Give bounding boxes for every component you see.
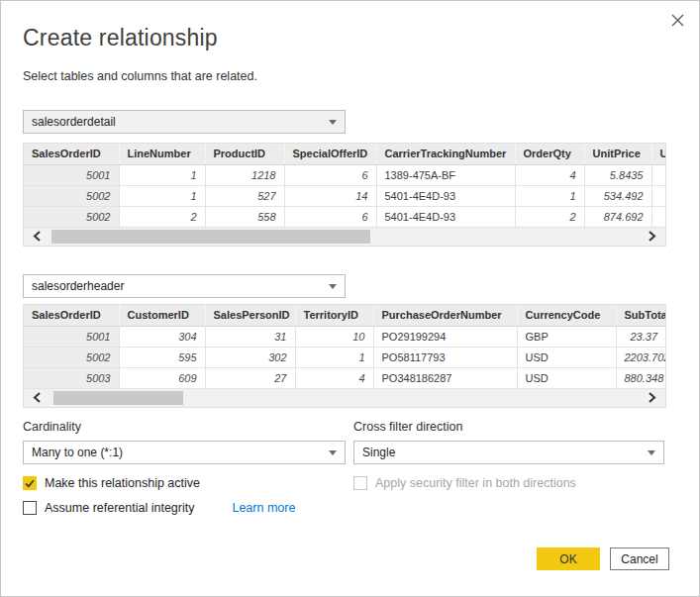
close-icon	[665, 14, 689, 27]
table-cell[interactable]: 609	[119, 367, 205, 388]
column-header[interactable]: UnitPrice	[584, 144, 651, 164]
table-cell[interactable]: 6	[284, 206, 376, 227]
scroll-left-icon[interactable]	[24, 228, 50, 246]
table-row: 50025953021PO58117793USD2203.702	[24, 347, 665, 367]
table-cell[interactable]: 5.8435	[584, 164, 651, 185]
scroll-left-icon[interactable]	[24, 389, 50, 407]
scroll-right-icon[interactable]	[640, 228, 665, 246]
create-relationship-dialog: Create relationship Select tables and co…	[0, 0, 700, 597]
table-cell[interactable]: 5001	[24, 326, 119, 347]
column-header[interactable]: SalesPersonID	[205, 305, 295, 326]
table-cell[interactable]: 2	[119, 206, 205, 227]
column-header[interactable]: CarrierTrackingNumber	[376, 144, 515, 164]
column-header[interactable]: U	[651, 144, 665, 164]
table-cell[interactable]: USD	[517, 367, 616, 388]
table2-hscrollbar[interactable]	[24, 389, 665, 407]
table-cell[interactable]: 2203.702	[616, 347, 665, 367]
table-cell[interactable]: 304	[119, 326, 205, 347]
column-header[interactable]: OrderQty	[515, 144, 584, 164]
table-cell[interactable]: 1	[119, 164, 205, 185]
table1-scroll-track[interactable]	[50, 228, 640, 246]
table-cell[interactable]: 1	[515, 185, 584, 206]
column-header[interactable]: PurchaseOrderNumber	[373, 305, 517, 326]
chevron-down-icon	[329, 450, 337, 455]
table-cell[interactable]: 5401-4E4D-93	[376, 185, 515, 206]
table1-select-dropdown[interactable]: salesorderdetail	[23, 110, 346, 134]
table-cell[interactable]	[651, 206, 665, 227]
table-cell[interactable]: 1	[119, 185, 205, 206]
column-header[interactable]: LineNumber	[119, 144, 205, 164]
cancel-button[interactable]: Cancel	[610, 547, 669, 570]
referential-integrity-label: Assume referential integrity	[45, 501, 194, 515]
table-cell[interactable]: 14	[284, 185, 376, 206]
table-cell[interactable]: 4	[295, 367, 373, 388]
column-header[interactable]: SalesOrderID	[24, 305, 119, 326]
table-cell[interactable]: 23.37	[616, 326, 665, 347]
chevron-down-icon	[329, 120, 337, 125]
table1-scroll-thumb[interactable]	[51, 230, 370, 244]
table2-scroll-track[interactable]	[50, 389, 640, 407]
table-cell[interactable]: 558	[205, 206, 284, 227]
table-cell[interactable]: 4	[515, 164, 584, 185]
table-cell[interactable]: GBP	[517, 326, 616, 347]
column-header[interactable]: TerritoryID	[295, 305, 373, 326]
table-cell[interactable]: PO29199294	[373, 326, 517, 347]
table-cell[interactable]: 5002	[24, 206, 119, 227]
table1-preview: SalesOrderIDLineNumberProductIDSpecialOf…	[23, 143, 666, 247]
ok-button[interactable]: OK	[537, 547, 600, 570]
cross-filter-value: Single	[362, 446, 648, 459]
table2-grid[interactable]: SalesOrderIDCustomerIDSalesPersonIDTerri…	[24, 305, 665, 389]
column-header[interactable]: ProductID	[205, 144, 284, 164]
column-header[interactable]: CurrencyCode	[517, 305, 616, 326]
column-header[interactable]: SpecialOfferID	[284, 144, 376, 164]
table-cell[interactable]: PO348186287	[373, 367, 517, 388]
table-cell[interactable]: USD	[517, 347, 616, 367]
table-cell[interactable]: 27	[205, 367, 295, 388]
relationship-active-checkbox[interactable]	[23, 476, 37, 490]
table-cell[interactable]: 595	[119, 347, 205, 367]
table2-scroll-thumb[interactable]	[53, 391, 183, 405]
column-header[interactable]: SalesOrderID	[24, 144, 119, 164]
table-cell[interactable]: 6	[284, 164, 376, 185]
table-row: 50011121861389-475A-BF45.8435	[24, 164, 665, 185]
table-cell[interactable]: 1	[295, 347, 373, 367]
table1-hscrollbar[interactable]	[24, 228, 665, 246]
security-filter-label: Apply security filter in both directions	[375, 476, 576, 490]
table1-grid[interactable]: SalesOrderIDLineNumberProductIDSpecialOf…	[24, 144, 665, 228]
table-cell[interactable]: 302	[205, 347, 295, 367]
table2-preview: SalesOrderIDCustomerIDSalesPersonIDTerri…	[23, 304, 666, 408]
scroll-right-icon[interactable]	[640, 389, 665, 407]
table-cell[interactable]: 527	[205, 185, 284, 206]
table-cell[interactable]	[651, 185, 665, 206]
cardinality-value: Many to one (*:1)	[32, 446, 329, 459]
table2-select-dropdown[interactable]: salesorderheader	[23, 274, 346, 298]
table-cell[interactable]: 874.692	[584, 206, 651, 227]
dialog-subtitle: Select tables and columns that are relat…	[23, 69, 257, 83]
table-cell[interactable]: 1218	[205, 164, 284, 185]
table-cell[interactable]	[651, 164, 665, 185]
table-cell[interactable]: 5003	[24, 367, 119, 388]
table-cell[interactable]: 5002	[24, 347, 119, 367]
table-cell[interactable]: 5401-4E4D-93	[376, 206, 515, 227]
table-cell[interactable]: 5001	[24, 164, 119, 185]
table-cell[interactable]: 1389-475A-BF	[376, 164, 515, 185]
table-cell[interactable]: 5002	[24, 185, 119, 206]
referential-integrity-row: Assume referential integrity Learn more	[23, 501, 295, 515]
table-cell[interactable]: 10	[295, 326, 373, 347]
table-cell[interactable]: 31	[205, 326, 295, 347]
table2-select-value: salesorderheader	[32, 279, 329, 293]
cardinality-dropdown[interactable]: Many to one (*:1)	[23, 441, 346, 464]
table-cell[interactable]: PO58117793	[373, 347, 517, 367]
column-header[interactable]: CustomerID	[119, 305, 205, 326]
learn-more-link[interactable]: Learn more	[232, 501, 295, 515]
referential-integrity-checkbox[interactable]	[23, 501, 37, 515]
relationship-active-label: Make this relationship active	[45, 476, 200, 490]
cross-filter-dropdown[interactable]: Single	[353, 441, 664, 464]
table-cell[interactable]: 2	[515, 206, 584, 227]
table-cell[interactable]: 534.492	[584, 185, 651, 206]
column-header[interactable]: SubTotal	[616, 305, 665, 326]
table-cell[interactable]: 880.348	[616, 367, 665, 388]
table-row: 50021527145401-4E4D-931534.492	[24, 185, 665, 206]
dialog-title: Create relationship	[23, 25, 218, 51]
close-button[interactable]	[665, 8, 689, 32]
